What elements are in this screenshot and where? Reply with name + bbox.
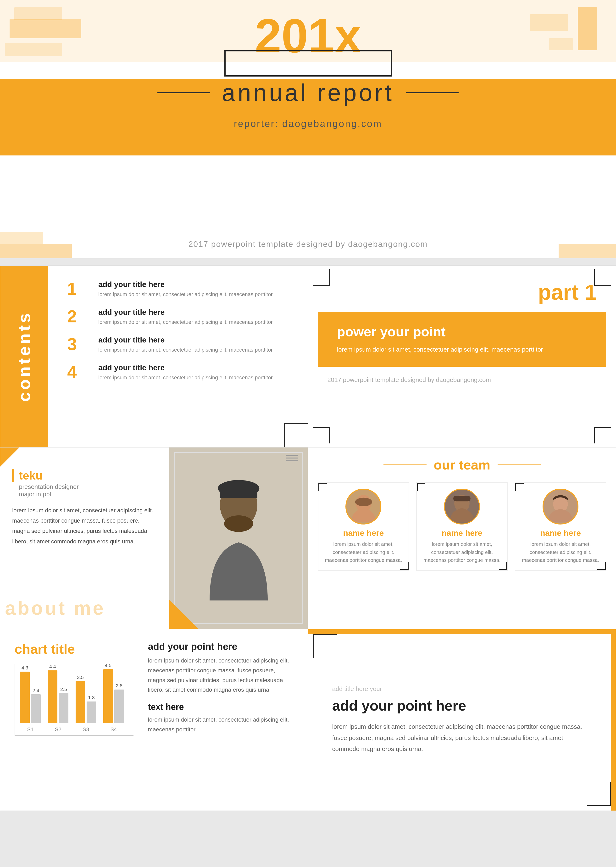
member1-deco-br — [400, 562, 409, 570]
member3-face — [545, 491, 576, 522]
about-name-block: teku presentation designer major in ppt — [12, 469, 157, 498]
slide-our-team: our team name here lorem ipsum dolor sit… — [308, 447, 616, 629]
svg-point-3 — [224, 515, 253, 532]
title-line-left — [157, 92, 210, 93]
contents-item-3: 3 add your title here lorem ipsum dolor … — [67, 336, 294, 354]
item-number-4: 4 — [67, 363, 91, 380]
deco-tr — [594, 269, 611, 286]
deco-br — [594, 427, 611, 443]
member3-avatar — [542, 488, 578, 525]
member1-avatar — [346, 488, 381, 525]
contents-item-2: 2 add your title here lorem ipsum dolor … — [67, 308, 294, 326]
svg-rect-7 — [453, 496, 471, 501]
team-member-1: name here lorem ipsum dolor sit amet, co… — [318, 482, 409, 571]
deco-tl — [313, 269, 330, 286]
contents-main: 1 add your title here lorem ipsum dolor … — [48, 266, 308, 405]
member2-avatar — [444, 488, 480, 525]
item-text-4: add your title here lorem ipsum dolor si… — [91, 363, 273, 382]
item-text-3: add your title here lorem ipsum dolor si… — [91, 336, 273, 354]
item-number-1: 1 — [67, 280, 91, 297]
slide-add-point: add title here your add your point here … — [308, 629, 616, 811]
title-hint: add title here your — [332, 685, 592, 693]
slide-contents: contents 1 add your title here lorem ips… — [0, 265, 308, 447]
member3-deco-br — [597, 562, 606, 570]
slide-chart: chart title 4.3 2.4 — [0, 629, 308, 811]
about-inner: teku presentation designer major in ppt … — [0, 448, 308, 629]
member3-deco-tl — [515, 483, 524, 491]
text-title: text here — [148, 702, 293, 712]
chart-text-section: add your point here lorem ipsum dolor si… — [148, 641, 293, 736]
member2-deco-br — [499, 562, 507, 570]
contents-item-1: 1 add your title here lorem ipsum dolor … — [67, 280, 294, 298]
bars-s4: 4.5 2.8 — [103, 663, 124, 723]
member3-name: name here — [540, 528, 581, 538]
deco-bottom-left — [0, 244, 72, 258]
point-title: add your point here — [148, 641, 293, 652]
bar-group-s4: 4.5 2.8 S4 — [103, 663, 124, 733]
svg-rect-2 — [220, 487, 257, 498]
item-number-3: 3 — [67, 336, 91, 353]
title-box — [225, 50, 392, 77]
bars-s3: 3.5 1.8 — [75, 675, 96, 723]
triangle-bl — [170, 600, 198, 629]
member1-name: name here — [343, 528, 384, 538]
slide-part1: part 1 power your point lorem ipsum dolo… — [308, 265, 616, 447]
member1-face — [348, 491, 379, 522]
chart-inner: chart title 4.3 2.4 — [0, 629, 308, 748]
orange-top-bar — [308, 629, 616, 634]
part-label: part 1 — [327, 280, 597, 305]
item-text-2: add your title here lorem ipsum dolor si… — [91, 308, 273, 326]
item-number-2: 2 — [67, 308, 91, 325]
member1-deco-tl — [318, 483, 327, 491]
slides-grid: contents 1 add your title here lorem ips… — [0, 265, 616, 811]
item-text-1: add your title here lorem ipsum dolor si… — [91, 280, 273, 298]
main-title: add your point here — [332, 697, 592, 714]
bar-s2-v1: 4.4 — [48, 664, 57, 723]
add-point-inner: add title here your add your point here … — [308, 629, 616, 810]
team-line-right — [498, 465, 541, 465]
member3-desc: lorem ipsum dolor sit amet, consectetuer… — [519, 540, 602, 564]
bar-s3-v2: 1.8 — [86, 695, 96, 723]
slide1-footer: 2017 powerpoint template designed by dao… — [0, 239, 616, 249]
about-left: teku presentation designer major in ppt … — [0, 448, 170, 629]
team-header: our team — [308, 448, 616, 477]
member1-desc: lorem ipsum dolor sit amet, consectetuer… — [322, 540, 405, 564]
team-line-left — [383, 465, 427, 465]
deco-bl — [313, 427, 330, 443]
slide-about-me: teku presentation designer major in ppt … — [0, 447, 308, 629]
team-member-3: name here lorem ipsum dolor sit amet, co… — [515, 482, 606, 571]
corner-deco — [284, 423, 308, 447]
team-members: name here lorem ipsum dolor sit amet, co… — [308, 477, 616, 580]
deco-bottom-right — [559, 244, 616, 258]
reporter-label: reporter: daogebangong.com — [234, 118, 382, 129]
part-footer: 2017 powerpoint template designed by dao… — [308, 367, 616, 393]
bars-s2: 4.4 2.5 — [48, 664, 68, 723]
text-body: lorem ipsum dolor sit amet, consectetuer… — [148, 715, 293, 735]
member2-desc: lorem ipsum dolor sit amet, consectetuer… — [420, 540, 504, 564]
team-member-2: name here lorem ipsum dolor sit amet, co… — [416, 482, 508, 571]
annual-report-title: annual report — [157, 79, 459, 107]
bar-group-s2: 4.4 2.5 S2 — [48, 664, 68, 733]
bar-chart: 4.3 2.4 S1 — [14, 664, 134, 736]
bar-s1-v1: 4.3 — [20, 665, 30, 723]
deco-tl — [313, 634, 337, 658]
main-body: lorem ipsum dolor sit amet, consectetuer… — [332, 721, 592, 755]
part-orange-band: power your point lorem ipsum dolor sit a… — [318, 312, 607, 367]
title-line-right — [406, 92, 459, 93]
chart-section: chart title 4.3 2.4 — [14, 641, 134, 736]
part-subtitle: power your point — [337, 324, 587, 339]
menu-line-2 — [286, 457, 298, 459]
member2-deco-tl — [417, 483, 425, 491]
part-header: part 1 — [308, 266, 616, 312]
about-right — [170, 448, 308, 629]
triangle-tl — [0, 448, 19, 466]
bar-group-s3: 3.5 1.8 S3 — [75, 675, 96, 733]
menu-lines — [286, 455, 298, 461]
orange-right-bar — [611, 629, 616, 810]
bar-s3-v1: 3.5 — [75, 675, 85, 723]
part-description: lorem ipsum dolor sit amet, consectetuer… — [337, 344, 587, 355]
slide-cover: 201x annual report reporter: daogebangon… — [0, 0, 616, 258]
contents-sidebar: contents — [0, 266, 48, 447]
member2-name: name here — [442, 528, 482, 538]
svg-point-5 — [355, 498, 372, 506]
